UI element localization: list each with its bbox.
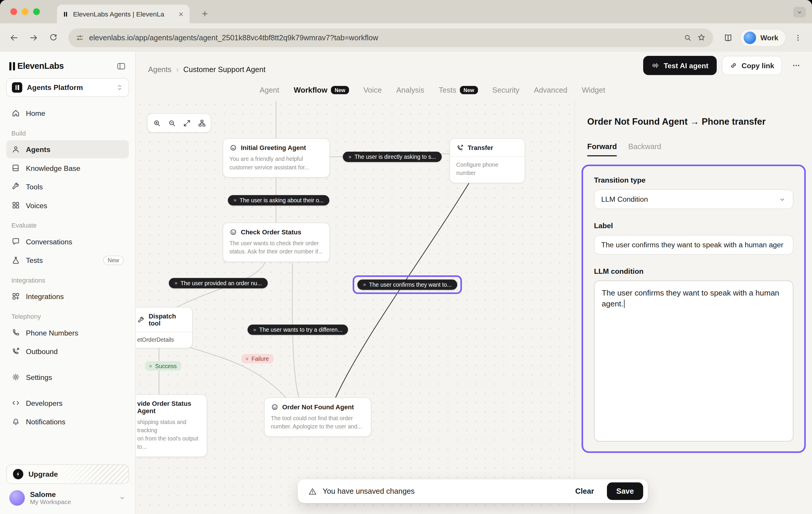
back-button[interactable]	[6, 30, 22, 45]
sidebar-item-developers[interactable]: Developers	[6, 394, 129, 412]
address-bar[interactable]: elevenlabs.io/app/agents/agents/agent_25…	[68, 28, 713, 47]
browser-tab[interactable]: ElevenLabs Agents | ElevenLa	[57, 5, 190, 23]
tab-analysis[interactable]: Analysis	[396, 86, 424, 94]
sidebar-item-voices[interactable]: Voices	[6, 196, 129, 214]
save-button[interactable]: Save	[607, 483, 643, 500]
transition-type-select[interactable]: LLM Condition	[594, 189, 793, 209]
sidebar-item-outbound[interactable]: Outbound	[6, 342, 129, 360]
node-check-order-status[interactable]: Check Order Status The user wants to che…	[223, 222, 330, 262]
browser-tabstrip: ElevenLabs Agents | ElevenLa	[0, 0, 812, 23]
workflow-canvas[interactable]: Initial Greeting Agent You are a friendl…	[136, 100, 575, 514]
tab-widget[interactable]: Widget	[582, 86, 605, 94]
panel-collapse-icon	[116, 61, 126, 71]
node-provide-order-status-agent[interactable]: vide Order Status Agent shipping status …	[136, 394, 207, 457]
toast-message: You have unsaved changes	[323, 487, 415, 495]
tab-advanced[interactable]: Advanced	[534, 86, 568, 94]
upgrade-button[interactable]: Upgrade	[6, 464, 129, 484]
breadcrumb-separator: ›	[176, 65, 179, 73]
reading-list-button[interactable]	[721, 30, 736, 45]
edge-label-failure[interactable]: »Failure	[241, 354, 273, 363]
forward-button[interactable]	[26, 30, 41, 45]
elevenlabs-logo-icon	[9, 62, 15, 70]
sidebar-item-label: Tools	[26, 182, 43, 190]
sidebar-item-agents[interactable]: Agents	[6, 140, 129, 158]
chat-icon	[11, 237, 20, 246]
node-transfer[interactable]: Transfer Configure phone number	[450, 138, 525, 183]
zoom-out-button[interactable]	[165, 116, 179, 130]
agent-tabs: Agent WorkflowNew Voice Analysis TestsNe…	[107, 86, 758, 100]
sidebar-item-label: Voices	[26, 201, 47, 209]
workspace-user-button[interactable]: Salome My Workspace	[6, 484, 129, 509]
bookmark-star-icon[interactable]	[697, 33, 706, 42]
sidebar-item-tests[interactable]: Tests New	[6, 251, 129, 269]
tab-agent[interactable]: Agent	[260, 86, 279, 94]
sidebar-item-label: Agents	[26, 145, 51, 153]
test-ai-agent-button[interactable]: Test AI agent	[643, 56, 717, 75]
tab-workflow[interactable]: WorkflowNew	[294, 86, 349, 94]
sidebar-item-label: Conversations	[26, 237, 72, 245]
fit-view-button[interactable]	[180, 116, 194, 130]
sidebar-nav: Home Build Agents Knowledge Base Tools	[6, 104, 129, 464]
collapse-sidebar-button[interactable]	[116, 61, 126, 71]
minimize-window-button[interactable]	[22, 8, 29, 15]
tab-backward[interactable]: Backward	[628, 142, 661, 156]
sidebar-item-settings[interactable]: Settings	[6, 368, 129, 386]
tab-security[interactable]: Security	[492, 86, 519, 94]
bell-icon	[11, 417, 20, 426]
edge-label-provided-order-number[interactable]: »The user provided an order nu...	[169, 278, 268, 288]
close-tab-icon[interactable]	[178, 10, 184, 17]
tab-tests[interactable]: TestsNew	[439, 86, 478, 94]
canvas-toolbar	[147, 113, 211, 132]
tab-voice[interactable]: Voice	[363, 86, 382, 94]
selected-edge-label[interactable]: »The user confirms they want to...	[353, 275, 462, 294]
sidebar-item-home[interactable]: Home	[6, 104, 129, 122]
edge-label-asking-about-order[interactable]: »The user is asking about their o...	[228, 195, 329, 206]
grid-icon	[11, 201, 20, 210]
edge-label-confirms-human[interactable]: »The user confirms they want to...	[357, 280, 458, 290]
label-input[interactable]: The user confirms they want to speak wit…	[594, 235, 793, 255]
platform-icon	[12, 82, 22, 93]
sidebar-item-tools[interactable]: Tools	[6, 178, 129, 196]
sidebar-item-conversations[interactable]: Conversations	[6, 232, 129, 250]
edge-label-directly-asking[interactable]: »The user is directly asking to s...	[343, 152, 442, 162]
node-order-not-found-agent[interactable]: Order Not Found Agent The tool could not…	[264, 398, 371, 437]
maximize-window-button[interactable]	[33, 8, 40, 15]
site-settings-icon[interactable]	[76, 33, 84, 42]
zoom-in-button[interactable]	[150, 116, 164, 130]
llm-condition-textarea[interactable]: The user confirms they want to speak wit…	[594, 280, 793, 442]
expand-icon	[182, 119, 191, 127]
zoom-icon[interactable]	[684, 33, 692, 42]
sidebar-item-notifications[interactable]: Notifications	[6, 413, 129, 431]
edge-label-try-different[interactable]: »The user wants to try a differen...	[248, 325, 348, 335]
clear-button[interactable]: Clear	[568, 483, 601, 499]
edge-label-success[interactable]: »Success	[145, 361, 181, 371]
sidebar-item-label: Tests	[26, 256, 43, 264]
new-tab-button[interactable]	[197, 6, 212, 21]
sitemap-icon	[198, 119, 206, 127]
sidebar-item-knowledge-base[interactable]: Knowledge Base	[6, 159, 129, 177]
transition-icon: »	[234, 198, 236, 203]
sidebar-item-phone-numbers[interactable]: Phone Numbers	[6, 324, 129, 342]
profile-label: Work	[760, 33, 778, 42]
browser-profile-button[interactable]: Work	[740, 29, 786, 47]
failure-icon: »	[244, 357, 250, 360]
url-text[interactable]: elevenlabs.io/app/agents/agents/agent_25…	[89, 33, 679, 42]
tab-forward[interactable]: Forward	[587, 142, 617, 156]
more-actions-button[interactable]	[787, 57, 805, 74]
auto-layout-button[interactable]	[195, 116, 209, 130]
browser-menu-button[interactable]	[790, 30, 806, 45]
elevenlabs-logo[interactable]: ElevenLabs	[9, 61, 64, 71]
sidebar-item-integrations[interactable]: Integrations	[6, 287, 129, 305]
phone-forward-icon	[456, 144, 464, 151]
node-dispatch-tool[interactable]: Dispatch tool etOrderDetails	[136, 307, 193, 349]
node-initial-greeting-agent[interactable]: Initial Greeting Agent You are a friendl…	[223, 138, 330, 178]
tab-search-button[interactable]	[793, 7, 806, 18]
copy-link-button[interactable]: Copy link	[722, 56, 782, 75]
reload-button[interactable]	[46, 30, 61, 45]
breadcrumb-agents[interactable]: Agents	[148, 65, 171, 73]
chevron-down-icon	[119, 494, 126, 502]
phone-outbound-icon	[11, 347, 20, 356]
close-window-button[interactable]	[10, 8, 17, 15]
edge-settings-panel: Order Not Found Agent → Phone transfer F…	[575, 100, 812, 514]
plus-icon	[201, 10, 208, 17]
